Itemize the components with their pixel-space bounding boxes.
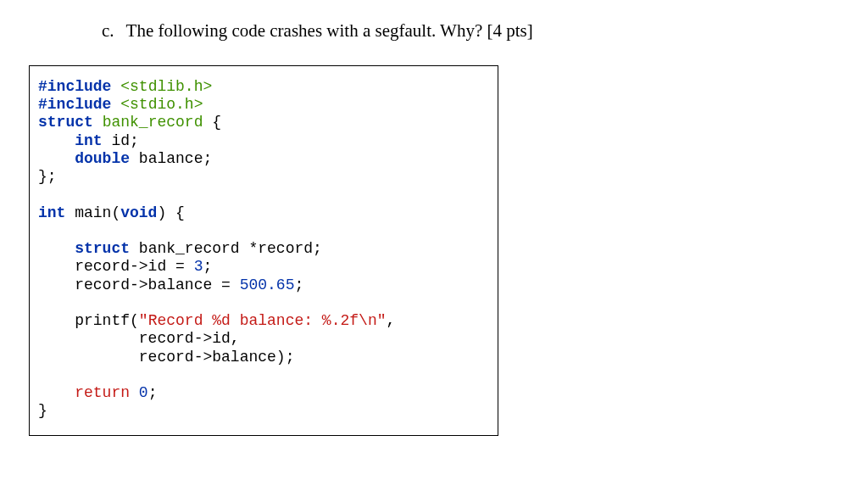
question-row: c. The following code crashes with a seg… <box>102 20 851 42</box>
main-open: ) { <box>157 204 184 221</box>
assign-bal-post: ; <box>294 276 303 293</box>
return-semi: ; <box>148 384 158 401</box>
printf-string-1: "Record %d balance: %.2f <box>139 312 359 329</box>
assign-bal-pre: record->balance = <box>38 276 240 293</box>
return-value: 0 <box>139 384 148 401</box>
int-return-type: int <box>38 204 65 221</box>
struct-close: }; <box>38 168 57 185</box>
include-lib-1: <stdlib.h> <box>120 78 212 95</box>
printf-arg-1: record->id, <box>38 330 240 347</box>
main-close: } <box>38 402 47 419</box>
double-keyword: double <box>75 150 130 167</box>
int-keyword: int <box>75 132 102 149</box>
printf-string-2: " <box>377 312 387 329</box>
record-declaration: bank_record *record; <box>130 240 322 257</box>
balance-field: balance; <box>130 150 212 167</box>
question-marker: c. <box>102 20 114 42</box>
include-directive-1: #include <box>38 78 111 95</box>
assign-id-number: 3 <box>194 258 203 275</box>
assign-bal-number: 500.65 <box>240 276 295 293</box>
printf-call: printf( <box>38 312 139 329</box>
code-block: #include <stdlib.h> #include <stdio.h> s… <box>38 78 489 420</box>
printf-arg-2: record->balance); <box>38 349 294 366</box>
code-box: #include <stdlib.h> #include <stdio.h> s… <box>29 65 498 436</box>
main-name: main( <box>65 204 120 221</box>
id-field: id; <box>103 132 139 149</box>
assign-id-pre: record->id = <box>38 258 194 275</box>
struct-keyword: struct <box>38 114 93 131</box>
question-text: The following code crashes with a segfau… <box>126 20 533 42</box>
include-directive-2: #include <box>38 96 111 113</box>
void-keyword: void <box>120 204 157 221</box>
printf-escape: \n <box>359 312 377 329</box>
struct-keyword-2: struct <box>75 240 130 257</box>
include-lib-2: <stdio.h> <box>120 96 203 113</box>
return-keyword: return <box>75 384 130 401</box>
struct-name: bank_record <box>103 114 203 131</box>
assign-id-post: ; <box>203 258 212 275</box>
struct-open-brace: { <box>203 114 221 131</box>
printf-comma: , <box>387 312 396 329</box>
